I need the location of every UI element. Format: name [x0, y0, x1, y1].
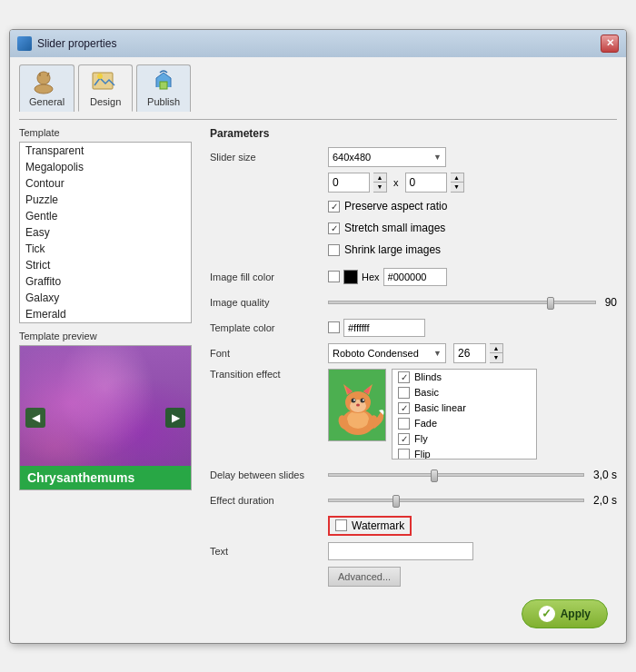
- quality-thumb[interactable]: [547, 297, 554, 310]
- transition-list[interactable]: Blinds Basic Basic linear: [392, 369, 537, 460]
- blinds-label: Blinds: [414, 371, 442, 382]
- transition-item-flip[interactable]: Flip: [393, 447, 536, 460]
- shrink-large-checkbox-row: Shrink large images: [328, 243, 441, 256]
- height-input[interactable]: 0: [405, 173, 447, 193]
- dimension-separator: x: [393, 177, 399, 188]
- delay-slider[interactable]: [328, 473, 584, 477]
- font-size-value: 26: [458, 347, 470, 360]
- quality-control: 90: [328, 296, 617, 309]
- transition-item-basic[interactable]: Basic: [393, 385, 536, 400]
- next-arrow[interactable]: ▶: [165, 408, 185, 428]
- svg-point-18: [353, 399, 355, 400]
- blinds-checkbox[interactable]: [398, 371, 410, 383]
- list-item[interactable]: Emerald: [20, 306, 191, 322]
- tab-publish-label: Publish: [147, 96, 180, 107]
- basic-linear-checkbox[interactable]: [398, 402, 410, 414]
- tab-general[interactable]: General: [19, 64, 75, 112]
- transition-label: Transition effect: [210, 369, 328, 380]
- fade-checkbox[interactable]: [398, 418, 410, 430]
- text-control: [328, 542, 617, 560]
- params-label: Parameters: [210, 127, 617, 140]
- shrink-large-label: Shrink large images: [344, 243, 441, 256]
- preserve-aspect-checkbox-row: Preserve aspect ratio: [328, 200, 447, 212]
- list-item[interactable]: Easy: [20, 224, 191, 241]
- main-layout: Template Transparent Megalopolis Contour…: [19, 119, 617, 592]
- font-dropdown[interactable]: Roboto Condensed ▼: [328, 343, 446, 363]
- prev-arrow[interactable]: ◀: [25, 408, 45, 428]
- fill-color-swatch[interactable]: [343, 270, 358, 284]
- width-up[interactable]: ▲: [373, 173, 386, 183]
- basic-checkbox[interactable]: [398, 387, 410, 399]
- list-item[interactable]: Glass: [20, 322, 191, 323]
- font-size-down[interactable]: ▼: [490, 353, 502, 362]
- basic-linear-label: Basic linear: [414, 402, 466, 413]
- text-input[interactable]: [328, 542, 473, 560]
- effect-slider[interactable]: [328, 499, 584, 502]
- window-content: General Design Publish: [10, 57, 626, 643]
- slider-size-row: Slider size 640x480 ▼: [210, 147, 617, 167]
- fill-color-enabled-checkbox[interactable]: [328, 271, 340, 282]
- transition-item-basic-linear[interactable]: Basic linear: [393, 400, 536, 416]
- font-row: Font Roboto Condensed ▼ 26 ▲ ▼: [210, 343, 617, 363]
- left-panel: Template Transparent Megalopolis Contour…: [19, 127, 201, 592]
- list-item[interactable]: Megalopolis: [20, 159, 191, 175]
- flip-label: Flip: [414, 449, 431, 460]
- list-item[interactable]: Gentle: [20, 208, 191, 224]
- height-spinner[interactable]: ▲ ▼: [451, 173, 464, 193]
- slider-properties-window: Slider properties ✕ General: [9, 29, 627, 644]
- template-color-input[interactable]: #ffffff: [343, 319, 425, 337]
- template-label: Template: [19, 127, 201, 138]
- preserve-control: Preserve aspect ratio: [328, 200, 617, 215]
- effect-duration-control: 2,0 s: [328, 494, 617, 507]
- transition-item-blinds[interactable]: Blinds: [393, 370, 536, 385]
- tab-design[interactable]: Design: [78, 64, 133, 112]
- height-up[interactable]: ▲: [451, 173, 463, 183]
- effect-thumb[interactable]: [393, 495, 400, 508]
- tabs-area: General Design Publish: [19, 64, 617, 112]
- delay-control: 3,0 s: [328, 469, 617, 481]
- fill-color-label: Image fill color: [210, 272, 328, 282]
- transition-item-fly[interactable]: Fly: [393, 431, 536, 447]
- width-down[interactable]: ▼: [373, 183, 386, 192]
- delay-thumb[interactable]: [431, 469, 438, 482]
- quality-slider[interactable]: [328, 301, 596, 304]
- stretch-small-checkbox[interactable]: [328, 222, 340, 234]
- svg-rect-6: [160, 82, 167, 89]
- basic-label: Basic: [414, 387, 439, 398]
- list-item[interactable]: Strict: [20, 257, 191, 273]
- list-item[interactable]: Transparent: [20, 143, 191, 159]
- close-button[interactable]: ✕: [601, 35, 619, 53]
- template-list[interactable]: Transparent Megalopolis Contour Puzzle G…: [19, 142, 192, 323]
- font-dropdown-arrow-icon: ▼: [433, 349, 442, 358]
- list-item[interactable]: Contour: [20, 175, 191, 192]
- shrink-large-checkbox[interactable]: [328, 244, 340, 256]
- width-spinner[interactable]: ▲ ▼: [373, 173, 387, 193]
- fill-hex-input[interactable]: #000000: [383, 268, 447, 286]
- list-item[interactable]: Tick: [20, 241, 191, 257]
- watermark-checkbox[interactable]: [335, 519, 347, 531]
- template-color-enabled-checkbox[interactable]: [328, 321, 340, 333]
- font-size-up[interactable]: ▲: [490, 344, 502, 353]
- list-item[interactable]: Graffito: [20, 273, 191, 290]
- tab-publish[interactable]: Publish: [136, 64, 191, 112]
- tab-design-label: Design: [90, 96, 121, 107]
- width-input[interactable]: 0: [328, 173, 370, 193]
- height-down[interactable]: ▼: [451, 183, 463, 192]
- apply-button[interactable]: ✓ Apply: [522, 599, 608, 628]
- dimensions-control: 0 ▲ ▼ x 0 ▲ ▼: [328, 173, 617, 193]
- font-size-input[interactable]: 26: [453, 343, 486, 363]
- fly-checkbox[interactable]: [398, 433, 410, 445]
- transition-item-fade[interactable]: Fade: [393, 416, 536, 431]
- flip-checkbox[interactable]: [398, 449, 410, 460]
- slider-size-label: Slider size: [210, 152, 328, 163]
- transition-row: Transition effect: [210, 369, 617, 460]
- text-row: Text: [210, 541, 617, 561]
- list-item[interactable]: Puzzle: [20, 192, 191, 208]
- list-item[interactable]: Galaxy: [20, 290, 191, 306]
- preserve-aspect-checkbox[interactable]: [328, 201, 340, 212]
- font-size-spinner[interactable]: ▲ ▼: [490, 343, 503, 363]
- advanced-button[interactable]: Advanced...: [328, 567, 401, 587]
- slider-size-dropdown[interactable]: 640x480 ▼: [328, 147, 446, 167]
- shrink-large-row: Shrink large images: [210, 242, 617, 262]
- transition-preview: [328, 369, 386, 441]
